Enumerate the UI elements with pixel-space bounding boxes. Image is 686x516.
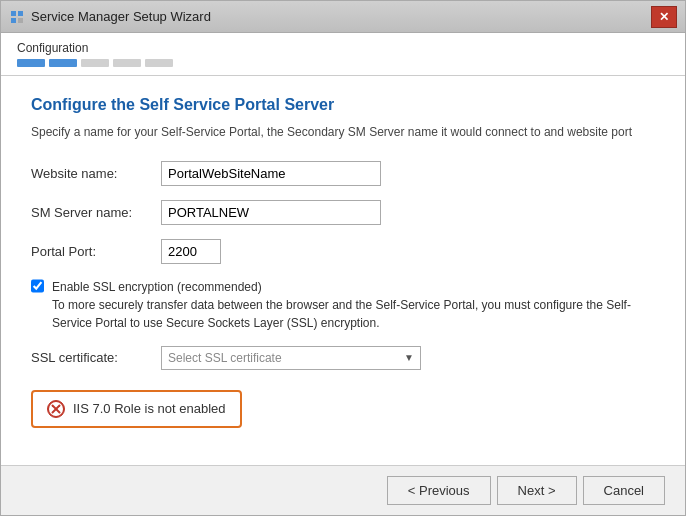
window-title: Service Manager Setup Wizard (31, 9, 211, 24)
ssl-checkbox-label: Enable SSL encryption (recommended) (52, 278, 655, 296)
window-icon (9, 9, 25, 25)
cancel-button[interactable]: Cancel (583, 476, 665, 505)
step-5 (145, 59, 173, 67)
error-box: IIS 7.0 Role is not enabled (31, 390, 242, 428)
step-1 (17, 59, 45, 67)
server-name-label: SM Server name: (31, 205, 161, 220)
portal-port-label: Portal Port: (31, 244, 161, 259)
wizard-window: Service Manager Setup Wizard ✕ Configura… (0, 0, 686, 516)
breadcrumb-steps (17, 59, 669, 67)
svg-rect-0 (11, 11, 16, 16)
svg-rect-3 (18, 18, 23, 23)
section-desc: Specify a name for your Self-Service Por… (31, 124, 655, 141)
next-button[interactable]: Next > (497, 476, 577, 505)
website-name-label: Website name: (31, 166, 161, 181)
error-icon (47, 400, 65, 418)
website-name-input[interactable] (161, 161, 381, 186)
breadcrumb-label: Configuration (17, 41, 669, 55)
breadcrumb-bar: Configuration (1, 33, 685, 76)
ssl-checkbox-row: Enable SSL encryption (recommended) To m… (31, 278, 655, 332)
svg-rect-2 (11, 18, 16, 23)
portal-port-row: Portal Port: (31, 239, 655, 264)
dropdown-arrow-icon: ▼ (404, 352, 414, 363)
step-4 (113, 59, 141, 67)
step-2 (49, 59, 77, 67)
server-name-row: SM Server name: (31, 200, 655, 225)
error-message: IIS 7.0 Role is not enabled (73, 401, 226, 416)
ssl-checkbox[interactable] (31, 279, 44, 293)
section-title: Configure the Self Service Portal Server (31, 96, 655, 114)
step-3 (81, 59, 109, 67)
ssl-cert-dropdown[interactable]: Select SSL certificate ▼ (161, 346, 421, 370)
footer-bar: < Previous Next > Cancel (1, 465, 685, 515)
previous-button[interactable]: < Previous (387, 476, 491, 505)
content-area: Configure the Self Service Portal Server… (1, 76, 685, 465)
close-button[interactable]: ✕ (651, 6, 677, 28)
website-name-row: Website name: (31, 161, 655, 186)
ssl-cert-placeholder: Select SSL certificate (168, 351, 282, 365)
ssl-cert-label: SSL certificate: (31, 350, 161, 365)
server-name-input[interactable] (161, 200, 381, 225)
ssl-checkbox-desc: To more securely transfer data between t… (52, 296, 655, 332)
ssl-cert-row: SSL certificate: Select SSL certificate … (31, 346, 655, 370)
title-bar-left: Service Manager Setup Wizard (9, 9, 211, 25)
portal-port-input[interactable] (161, 239, 221, 264)
svg-rect-1 (18, 11, 23, 16)
title-bar: Service Manager Setup Wizard ✕ (1, 1, 685, 33)
